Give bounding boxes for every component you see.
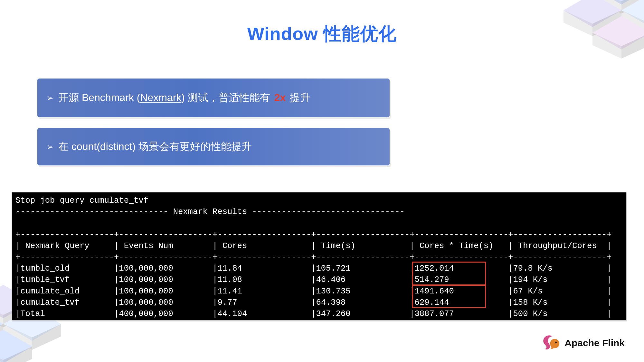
nexmark-link[interactable]: Nexmark	[140, 92, 181, 103]
bullet-2: ➢ 在 count(distinct) 场景会有更好的性能提升	[37, 128, 390, 165]
bullet-1-mid: ) 测试，普适性能有	[181, 92, 273, 103]
footer-brand-text: Apache Flink	[564, 338, 625, 348]
svg-point-0	[555, 341, 557, 343]
arrow-icon: ➢	[46, 93, 54, 103]
bullet-1-pre: 开源 Benchmark (	[58, 92, 140, 103]
arrow-icon: ➢	[46, 142, 54, 152]
flink-logo-icon	[541, 334, 560, 352]
terminal-output: Stop job query cumulate_tvf ------------…	[12, 192, 627, 320]
bullet-1: ➢ 开源 Benchmark (Nexmark) 测试，普适性能有 2x 提升	[37, 79, 390, 117]
slide-title: Window 性能优化	[0, 22, 644, 46]
bullet-1-text: 开源 Benchmark (Nexmark) 测试，普适性能有 2x 提升	[58, 91, 310, 105]
bullet-2-text: 在 count(distinct) 场景会有更好的性能提升	[58, 140, 252, 154]
bullet-1-post: 提升	[287, 92, 310, 103]
footer-brand: Apache Flink	[541, 334, 625, 352]
highlight-2x: 2x	[274, 92, 286, 103]
